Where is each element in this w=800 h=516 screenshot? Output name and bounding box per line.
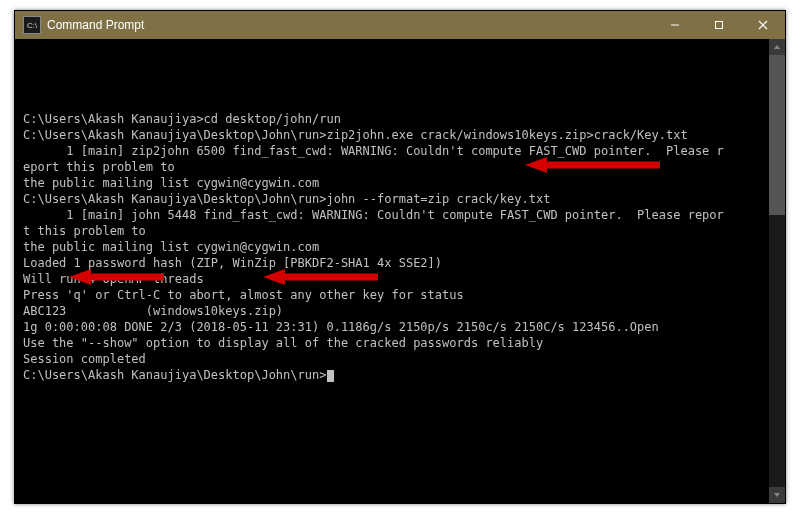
- terminal-line: C:\Users\Akash Kanaujiya>cd desktop/john…: [23, 111, 765, 127]
- maximize-button[interactable]: [697, 11, 741, 39]
- page-container: C:\ Command Prompt C:\Users\Akash Kanauj…: [0, 0, 800, 516]
- terminal-line: C:\Users\Akash Kanaujiya\Desktop\John\ru…: [23, 367, 765, 383]
- terminal-line: ABC123 (windows10keys.zip): [23, 303, 765, 319]
- terminal-line: the public mailing list cygwin@cygwin.co…: [23, 239, 765, 255]
- terminal-line: eport this problem to: [23, 159, 765, 175]
- terminal-line: 1 [main] john 5448 find_fast_cwd: WARNIN…: [23, 207, 765, 223]
- scroll-thumb[interactable]: [769, 55, 785, 215]
- terminal-line: t this problem to: [23, 223, 765, 239]
- close-icon: [758, 20, 768, 30]
- vertical-scrollbar[interactable]: [769, 39, 785, 503]
- scroll-down-button[interactable]: [769, 487, 785, 503]
- terminal-output[interactable]: C:\Users\Akash Kanaujiya>cd desktop/john…: [15, 39, 769, 503]
- terminal-line: C:\Users\Akash Kanaujiya\Desktop\John\ru…: [23, 127, 765, 143]
- terminal-line: Use the "--show" option to display all o…: [23, 335, 765, 351]
- terminal-line: Loaded 1 password hash (ZIP, WinZip [PBK…: [23, 255, 765, 271]
- minimize-button[interactable]: [653, 11, 697, 39]
- svg-marker-10: [774, 45, 780, 49]
- chevron-down-icon: [773, 491, 781, 499]
- svg-rect-1: [716, 22, 723, 29]
- terminal-line: Will run 4 OpenMP threads: [23, 271, 765, 287]
- terminal-icon: C:\: [23, 16, 41, 34]
- window-title: Command Prompt: [47, 18, 144, 32]
- terminal-line: 1 [main] zip2john 6500 find_fast_cwd: WA…: [23, 143, 765, 159]
- scroll-track[interactable]: [769, 55, 785, 487]
- command-prompt-window: C:\ Command Prompt C:\Users\Akash Kanauj…: [14, 10, 786, 504]
- scroll-up-button[interactable]: [769, 39, 785, 55]
- terminal-line: the public mailing list cygwin@cygwin.co…: [23, 175, 765, 191]
- maximize-icon: [714, 20, 724, 30]
- titlebar[interactable]: C:\ Command Prompt: [15, 11, 785, 39]
- terminal-line: C:\Users\Akash Kanaujiya\Desktop\John\ru…: [23, 191, 765, 207]
- svg-marker-11: [774, 493, 780, 497]
- close-button[interactable]: [741, 11, 785, 39]
- text-cursor: [327, 370, 334, 382]
- terminal-area: C:\Users\Akash Kanaujiya>cd desktop/john…: [15, 39, 785, 503]
- minimize-icon: [670, 20, 680, 30]
- terminal-line: Press 'q' or Ctrl-C to abort, almost any…: [23, 287, 765, 303]
- chevron-up-icon: [773, 43, 781, 51]
- terminal-line: Session completed: [23, 351, 765, 367]
- terminal-line: 1g 0:00:00:08 DONE 2/3 (2018-05-11 23:31…: [23, 319, 765, 335]
